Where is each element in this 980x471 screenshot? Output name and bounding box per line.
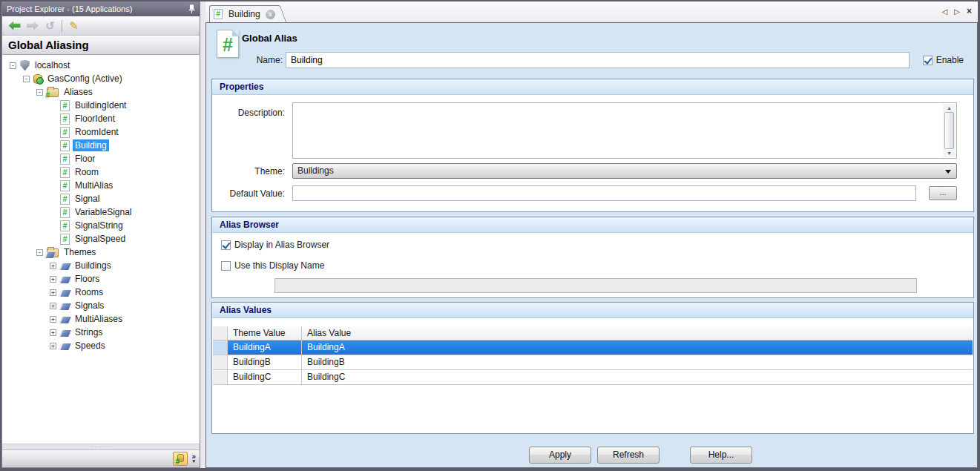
tab-close-icon[interactable]: x — [266, 10, 275, 19]
expand-icon[interactable]: + — [50, 289, 56, 296]
alias-icon: # — [60, 113, 70, 125]
use-display-name-row[interactable]: Use this Display Name — [221, 260, 324, 271]
tree-item-gasconfig-active[interactable]: -GasConfig (Active) — [2, 72, 200, 85]
table-row[interactable]: BuildingCBuildingC — [213, 370, 973, 385]
alias-icon: # — [214, 9, 223, 19]
back-arrow-icon[interactable] — [8, 21, 21, 31]
tab-building[interactable]: # Building x — [209, 5, 277, 22]
alias-value-cell[interactable]: BuildingB — [302, 355, 973, 369]
tree-item-variablesignal[interactable]: #VariableSignal — [2, 205, 200, 219]
splitter-handle[interactable]: ········· — [2, 444, 200, 450]
alias-hash-icon: # — [45, 91, 50, 99]
tree-item-themes[interactable]: -Themes — [2, 246, 200, 259]
properties-group: Properties Description: ▲ ▼ Theme: Build… — [211, 79, 974, 212]
book-icon — [59, 277, 71, 283]
expand-icon[interactable]: + — [50, 276, 56, 283]
description-scrollbar[interactable]: ▲ ▼ — [943, 104, 956, 157]
theme-dropdown[interactable]: Buildings — [292, 163, 957, 179]
expand-icon[interactable]: + — [50, 316, 56, 323]
column-header-alias-value[interactable]: Alias Value — [302, 326, 973, 340]
tree-item-localhost[interactable]: -localhost — [2, 59, 200, 72]
tree-item-multialias[interactable]: #MultiAlias — [2, 179, 200, 192]
column-header-theme-value[interactable]: Theme Value — [228, 326, 302, 340]
collapse-icon[interactable]: - — [36, 249, 43, 256]
tab-scroll-right-icon[interactable]: ▷ — [954, 7, 960, 16]
project-explorer-title: Project Explorer - (15 Applications) — [7, 4, 132, 13]
tree-item-multialiases[interactable]: +MultiAliases — [2, 312, 200, 326]
tree-item-room[interactable]: #Room — [2, 165, 200, 179]
tree-item-signalstring[interactable]: #SignalString — [2, 219, 200, 232]
panel-splitter[interactable] — [200, 1, 205, 468]
enable-checkbox-row[interactable]: Enable — [923, 55, 964, 65]
row-selector[interactable] — [213, 370, 228, 384]
tree-item-buildingident[interactable]: #BuildingIdent — [2, 99, 200, 112]
row-selector-header — [213, 326, 228, 340]
alias-value-cell[interactable]: BuildingC — [302, 370, 973, 384]
scroll-up-icon[interactable]: ▲ — [947, 105, 952, 111]
book-icon — [59, 290, 71, 297]
close-document-icon[interactable]: × — [967, 6, 972, 16]
scrollbar-thumb[interactable] — [944, 112, 954, 149]
tree-item-rooms[interactable]: +Rooms — [2, 286, 200, 299]
back-arrow-icon — [9, 22, 21, 30]
refresh-icon[interactable]: ↺ — [44, 21, 56, 31]
tree-item-signal[interactable]: #Signal — [2, 192, 200, 205]
global-aliasing-tool-button[interactable]: # — [173, 452, 188, 466]
expand-icon[interactable]: + — [50, 343, 56, 349]
book-icon — [59, 303, 71, 310]
browse-button[interactable]: ... — [929, 186, 957, 200]
theme-value-cell[interactable]: BuildingC — [228, 370, 302, 384]
tree-item-label: Themes — [62, 246, 98, 258]
expander-spacer — [50, 169, 56, 176]
collapse-icon[interactable]: - — [23, 76, 30, 82]
help-button[interactable]: Help... — [690, 447, 752, 464]
alias-values-table: Theme ValueAlias ValueBuildingABuildingA… — [213, 326, 973, 385]
default-value-input[interactable] — [292, 185, 916, 201]
expand-icon[interactable]: + — [50, 263, 56, 269]
name-input[interactable] — [286, 52, 910, 68]
expand-icon[interactable]: + — [50, 303, 56, 309]
project-explorer-title-bar[interactable]: Project Explorer - (15 Applications) — [2, 2, 200, 16]
edit-pencil-icon[interactable]: ✎ — [68, 21, 80, 31]
document-panel: # Building x ◁ ▷ × # Global Alias Name: … — [205, 1, 978, 468]
tab-label: Building — [228, 9, 260, 19]
enable-checkbox[interactable] — [923, 56, 933, 65]
tree-item-floors[interactable]: +Floors — [2, 272, 200, 286]
alias-value-cell[interactable]: BuildingA — [302, 340, 973, 355]
pin-icon[interactable] — [188, 4, 195, 14]
theme-label: Theme: — [218, 166, 285, 177]
tree-item-floorident[interactable]: #FloorIdent — [2, 112, 200, 125]
collapse-icon[interactable]: - — [10, 62, 16, 69]
table-row[interactable]: BuildingABuildingA — [213, 340, 973, 355]
expander-spacer — [50, 196, 56, 202]
tree-item-buildings[interactable]: +Buildings — [2, 259, 200, 272]
tree-item-speeds[interactable]: +Speeds — [2, 339, 200, 352]
tree-item-label: GasConfig (Active) — [45, 73, 125, 85]
forward-arrow-icon[interactable] — [26, 21, 39, 31]
tree-item-floor[interactable]: #Floor — [2, 152, 200, 165]
collapse-icon[interactable]: - — [36, 89, 43, 96]
table-row[interactable]: BuildingBBuildingB — [213, 355, 973, 370]
tree-item-strings[interactable]: +Strings — [2, 326, 200, 339]
refresh-button[interactable]: Refresh — [597, 447, 660, 464]
row-selector[interactable] — [213, 340, 228, 355]
expand-icon[interactable]: + — [50, 329, 56, 336]
theme-value-cell[interactable]: BuildingA — [228, 340, 302, 355]
tree-item-signals[interactable]: +Signals — [2, 299, 200, 312]
use-display-name-checkbox[interactable] — [221, 261, 231, 271]
document-tab-strip: # Building x ◁ ▷ × — [205, 1, 978, 22]
tree-item-building[interactable]: #Building — [2, 139, 200, 152]
scroll-down-icon[interactable]: ▼ — [947, 151, 952, 156]
apply-button[interactable]: Apply — [529, 447, 591, 464]
display-in-alias-browser-row[interactable]: Display in Alias Browser — [221, 240, 329, 250]
alias-values-group: Alias Values Theme ValueAlias ValueBuild… — [211, 302, 974, 434]
tree-item-roomident[interactable]: #RoomIdent — [2, 125, 200, 139]
theme-value-cell[interactable]: BuildingB — [228, 355, 302, 369]
row-selector[interactable] — [213, 355, 228, 369]
overflow-chevron-icon[interactable]: » ▾ — [191, 455, 196, 464]
tree-item-signalspeed[interactable]: #SignalSpeed — [2, 232, 200, 246]
tree-item-aliases[interactable]: -#Aliases — [2, 85, 200, 99]
display-in-alias-browser-checkbox[interactable] — [221, 240, 231, 250]
tab-scroll-left-icon[interactable]: ◁ — [942, 7, 948, 16]
description-textarea[interactable] — [293, 103, 943, 158]
